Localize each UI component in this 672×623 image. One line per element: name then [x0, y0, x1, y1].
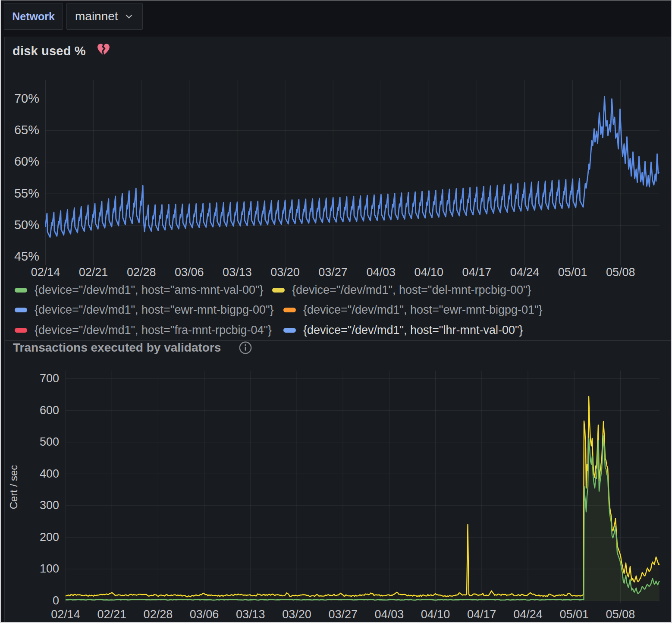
svg-text:04/10: 04/10 — [421, 608, 450, 621]
svg-text:0: 0 — [53, 594, 59, 607]
svg-text:02/28: 02/28 — [127, 266, 156, 279]
svg-text:04/03: 04/03 — [375, 608, 404, 621]
svg-text:02/14: 02/14 — [31, 266, 60, 279]
svg-text:02/14: 02/14 — [51, 608, 80, 621]
svg-text:05/08: 05/08 — [606, 266, 635, 279]
svg-text:04/17: 04/17 — [462, 266, 492, 279]
svg-text:65%: 65% — [14, 123, 39, 137]
svg-text:04/03: 04/03 — [366, 266, 396, 279]
svg-text:45%: 45% — [14, 249, 39, 263]
svg-text:05/01: 05/01 — [559, 608, 589, 621]
svg-text:02/21: 02/21 — [97, 608, 126, 621]
svg-text:55%: 55% — [14, 186, 39, 200]
svg-text:500: 500 — [40, 435, 59, 448]
svg-text:03/13: 03/13 — [223, 266, 252, 279]
svg-text:300: 300 — [40, 499, 59, 512]
svg-text:03/20: 03/20 — [270, 266, 300, 279]
svg-text:60%: 60% — [14, 154, 39, 168]
svg-text:200: 200 — [40, 531, 59, 544]
svg-text:70%: 70% — [14, 91, 39, 105]
svg-text:03/27: 03/27 — [318, 266, 348, 279]
svg-text:03/06: 03/06 — [190, 608, 219, 621]
svg-text:400: 400 — [40, 467, 59, 480]
svg-text:Cert / sec: Cert / sec — [8, 465, 19, 510]
svg-text:700: 700 — [40, 372, 59, 385]
svg-text:02/28: 02/28 — [144, 608, 173, 621]
svg-text:03/27: 03/27 — [328, 608, 358, 621]
svg-text:03/06: 03/06 — [175, 266, 204, 279]
svg-text:600: 600 — [40, 404, 59, 417]
svg-text:100: 100 — [40, 562, 59, 575]
svg-text:05/01: 05/01 — [558, 266, 587, 279]
svg-text:04/24: 04/24 — [510, 266, 540, 279]
svg-text:04/17: 04/17 — [467, 608, 496, 621]
svg-text:05/08: 05/08 — [606, 608, 635, 621]
svg-text:04/24: 04/24 — [513, 608, 543, 621]
svg-text:04/10: 04/10 — [415, 266, 444, 279]
svg-text:03/20: 03/20 — [282, 608, 311, 621]
svg-text:03/13: 03/13 — [236, 608, 265, 621]
svg-text:02/21: 02/21 — [79, 266, 108, 279]
svg-text:50%: 50% — [14, 218, 39, 232]
